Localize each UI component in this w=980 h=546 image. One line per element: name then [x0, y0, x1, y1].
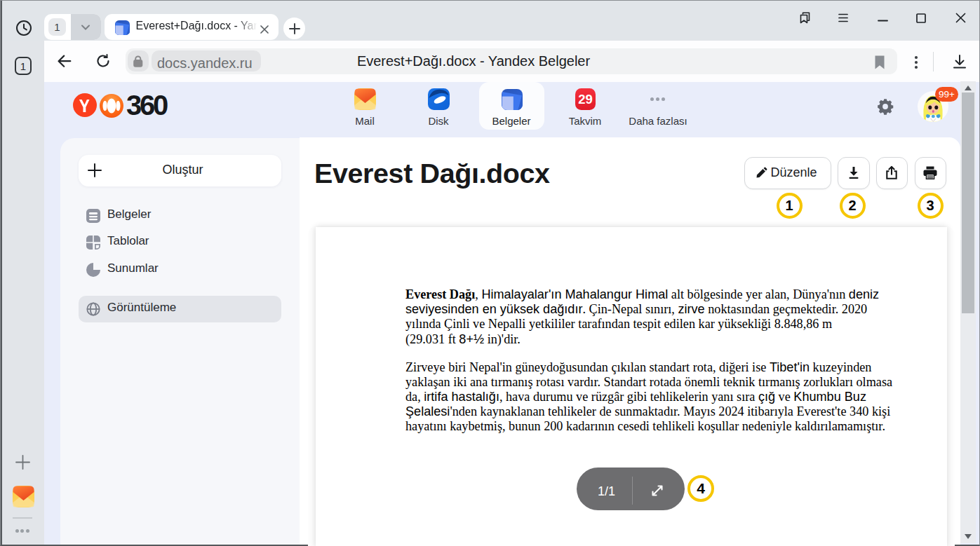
svg-text:29: 29: [578, 92, 593, 107]
